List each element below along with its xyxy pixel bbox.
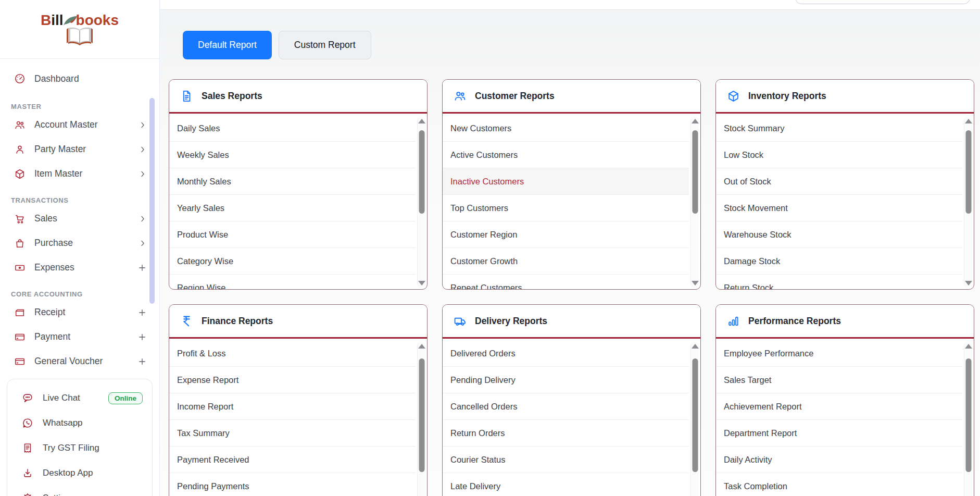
sidebar-item-dashboard[interactable]: Dashboard: [0, 65, 159, 92]
scrollbar[interactable]: [690, 117, 699, 288]
scroll-down-arrow-icon[interactable]: [418, 281, 425, 286]
scrollbar-thumb[interactable]: [419, 358, 424, 472]
sidebar-scrollbar-thumb[interactable]: [149, 98, 155, 304]
report-item[interactable]: Expense Report: [169, 367, 416, 393]
sidebar-item-general-voucher[interactable]: General Voucher: [0, 349, 159, 374]
sidebar-item-receipt[interactable]: Receipt: [0, 300, 159, 325]
report-item[interactable]: Department Report: [716, 420, 962, 447]
report-item-label: Top Customers: [450, 203, 508, 213]
topbar-search-input[interactable]: [795, 0, 970, 4]
report-item[interactable]: Daily Activity: [716, 447, 962, 473]
report-item-label: Active Customers: [450, 150, 518, 160]
brand-text-books: books: [76, 13, 119, 28]
report-item[interactable]: Repeat Customers: [443, 275, 689, 289]
report-item-label: Daily Activity: [724, 455, 772, 465]
report-item[interactable]: Achievement Report: [716, 393, 962, 420]
scrollbar-thumb[interactable]: [692, 130, 698, 214]
report-item-label: Tax Summary: [177, 428, 230, 438]
sidebar-item-account-master[interactable]: Account Master: [0, 113, 159, 137]
quick-link-live-chat[interactable]: Live Chat Online: [7, 386, 152, 411]
scroll-up-arrow-icon[interactable]: [418, 344, 425, 349]
report-item[interactable]: Customer Region: [443, 221, 689, 248]
report-item[interactable]: Income Report: [169, 393, 416, 420]
scrollbar[interactable]: [964, 342, 972, 496]
report-item[interactable]: Low Stock: [716, 142, 962, 168]
report-item[interactable]: Warehouse Stock: [716, 221, 962, 248]
report-item[interactable]: Tax Summary: [169, 420, 416, 447]
scroll-up-arrow-icon[interactable]: [965, 344, 972, 349]
scroll-up-arrow-icon[interactable]: [692, 344, 699, 349]
report-item[interactable]: Task Completion: [716, 473, 962, 496]
scroll-down-arrow-icon[interactable]: [965, 281, 972, 286]
quick-link-settings[interactable]: Settings: [7, 486, 152, 496]
sidebar-item-purchase[interactable]: Purchase: [0, 231, 159, 255]
scrollbar-thumb[interactable]: [692, 358, 698, 472]
report-item[interactable]: Daily Sales: [169, 115, 416, 142]
scrollbar[interactable]: [417, 342, 425, 496]
report-item[interactable]: Late Delivery: [443, 473, 689, 496]
report-item[interactable]: Pending Payments: [169, 473, 416, 496]
report-item[interactable]: Yearly Sales: [169, 195, 416, 221]
scrollbar-thumb[interactable]: [965, 358, 971, 472]
report-item[interactable]: Product Wise: [169, 221, 416, 248]
scrollbar-thumb[interactable]: [965, 130, 971, 214]
scrollbar-thumb[interactable]: [419, 130, 424, 214]
card-title: Delivery Reports: [475, 316, 547, 327]
scroll-up-arrow-icon[interactable]: [418, 119, 425, 123]
scrollbar[interactable]: [417, 117, 425, 288]
report-item[interactable]: Payment Received: [169, 447, 416, 473]
chevron-right-icon: [139, 215, 147, 223]
report-item[interactable]: Top Customers: [443, 195, 689, 221]
reports-content: Default Report Custom Report Sales Repor…: [160, 10, 980, 496]
document-icon: [180, 90, 193, 103]
scrollbar[interactable]: [964, 117, 972, 288]
report-item[interactable]: Region Wise: [169, 275, 416, 289]
report-item[interactable]: Inactive Customers: [443, 168, 689, 195]
scroll-up-arrow-icon[interactable]: [692, 119, 699, 123]
quick-link-label: Whatsapp: [43, 418, 83, 428]
custom-report-button[interactable]: Custom Report: [279, 31, 371, 59]
report-item[interactable]: Pending Delivery: [443, 367, 689, 393]
report-item[interactable]: Weekly Sales: [169, 142, 416, 168]
report-item[interactable]: Damage Stock: [716, 248, 962, 275]
scrollbar[interactable]: [690, 342, 699, 496]
sidebar-item-sales[interactable]: Sales: [0, 206, 159, 231]
report-item[interactable]: Courier Status: [443, 447, 689, 473]
report-item-label: Daily Sales: [177, 123, 220, 133]
card-title: Sales Reports: [202, 91, 262, 102]
report-item[interactable]: Employee Performance: [716, 340, 962, 367]
report-item[interactable]: Category Wise: [169, 248, 416, 275]
sidebar-item-label: General Voucher: [34, 356, 103, 367]
report-item[interactable]: Active Customers: [443, 142, 689, 168]
report-item-label: Monthly Sales: [177, 177, 231, 187]
sidebar-item-label: Account Master: [34, 119, 98, 130]
users-icon: [14, 119, 26, 131]
default-report-button[interactable]: Default Report: [183, 31, 272, 59]
report-item[interactable]: Return Stock: [716, 275, 962, 289]
report-item[interactable]: Cancelled Orders: [443, 393, 689, 420]
scroll-up-arrow-icon[interactable]: [965, 119, 972, 123]
report-item[interactable]: New Customers: [443, 115, 689, 142]
report-item-label: Weekly Sales: [177, 150, 229, 160]
report-item-label: Product Wise: [177, 230, 228, 240]
gauge-icon: [14, 73, 26, 84]
sidebar-item-party-master[interactable]: Party Master: [0, 137, 159, 162]
quick-link-desktop-app[interactable]: Desktop App: [7, 461, 152, 486]
report-item[interactable]: Delivered Orders: [443, 340, 689, 367]
report-item[interactable]: Monthly Sales: [169, 168, 416, 195]
report-item[interactable]: Customer Growth: [443, 248, 689, 275]
report-item[interactable]: Out of Stock: [716, 168, 962, 195]
sidebar-item-payment[interactable]: Payment: [0, 325, 159, 349]
quick-link-gst-filing[interactable]: Try GST Filing: [7, 436, 152, 461]
report-item-label: Department Report: [724, 428, 797, 438]
sidebar-item-item-master[interactable]: Item Master: [0, 162, 159, 186]
quick-link-whatsapp[interactable]: Whatsapp: [7, 411, 152, 436]
report-item[interactable]: Sales Target: [716, 367, 962, 393]
report-item[interactable]: Return Orders: [443, 420, 689, 447]
sidebar-item-expenses[interactable]: Expenses: [0, 255, 159, 280]
report-item[interactable]: Stock Summary: [716, 115, 962, 142]
report-item[interactable]: Stock Movement: [716, 195, 962, 221]
report-item[interactable]: Profit & Loss: [169, 340, 416, 367]
scroll-down-arrow-icon[interactable]: [692, 281, 699, 286]
report-list: Employee PerformanceSales TargetAchievem…: [716, 340, 962, 496]
